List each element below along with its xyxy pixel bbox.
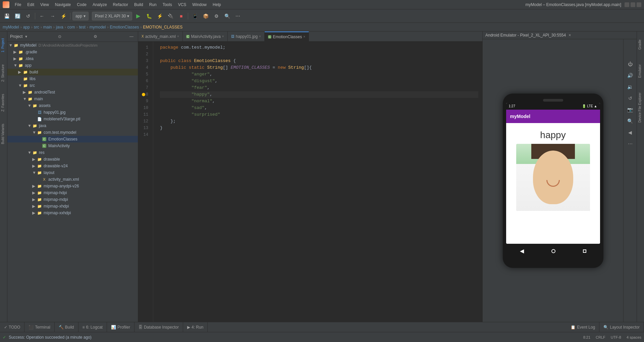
- device-dropdown[interactable]: Pixel 2 XL API 30 ▾: [92, 12, 132, 20]
- tree-item-mipmap-mdpi[interactable]: ▶ 📁 mipmap-mdpi: [7, 196, 138, 203]
- tree-item-layout[interactable]: ▼ 📁 layout: [7, 169, 138, 176]
- back-btn[interactable]: ←: [37, 11, 47, 21]
- breadcrumb-emotionclasses[interactable]: EmotionClasses: [110, 25, 139, 30]
- sidebar-locate-btn[interactable]: ⊙: [56, 33, 63, 40]
- left-tab-favorites[interactable]: Z: Favorites: [0, 89, 7, 117]
- status-encoding[interactable]: CRLF: [596, 335, 605, 339]
- bottom-tab-build[interactable]: 🔨 Build: [55, 322, 78, 332]
- tree-item-build[interactable]: ▶ 📁 build: [7, 69, 138, 75]
- debug-btn[interactable]: 🐛: [144, 11, 154, 21]
- refresh-btn[interactable]: ↺: [23, 11, 33, 21]
- emu-vol-down-btn[interactable]: 🔉: [626, 82, 635, 92]
- tab-close-activity[interactable]: ×: [177, 35, 179, 38]
- tab-close-happy01[interactable]: ×: [259, 35, 261, 38]
- emu-power-btn[interactable]: ⏻: [626, 59, 635, 69]
- minimize-btn[interactable]: [625, 2, 629, 7]
- tree-item-drawable-v24[interactable]: ▶ 📁 drawable-v24: [7, 163, 138, 169]
- menu-analyze[interactable]: Analyze: [90, 2, 110, 8]
- breadcrumb-mymodel[interactable]: myModel: [3, 25, 19, 30]
- emu-back-btn[interactable]: ◀: [626, 128, 635, 137]
- tree-item-emotionclasses[interactable]: ▶ C EmotionClasses: [7, 136, 138, 142]
- menu-vcs[interactable]: VCS: [175, 2, 189, 8]
- tree-item-happy01[interactable]: ▶ 🖼 happy01.jpg: [7, 109, 138, 116]
- attach-debugger-btn[interactable]: 🔌: [166, 11, 175, 21]
- menu-refactor[interactable]: Refactor: [110, 2, 131, 8]
- menu-file[interactable]: File: [12, 2, 24, 8]
- menu-window[interactable]: Window: [190, 2, 209, 8]
- breadcrumb-java[interactable]: java: [56, 25, 63, 30]
- tree-item-gradle[interactable]: ▶ 📁 .gradle: [7, 49, 138, 55]
- breadcrumb-app[interactable]: app: [23, 25, 30, 30]
- code-content[interactable]: package com.test.mymodel; public class E…: [156, 42, 482, 322]
- phone-home-btn[interactable]: [551, 249, 555, 253]
- tree-item-src[interactable]: ▼ 📁 src: [7, 82, 138, 89]
- bottom-tab-todo[interactable]: ✓ TODO: [0, 322, 24, 332]
- tab-close-mainactivity[interactable]: ×: [222, 35, 224, 38]
- tree-item-libs[interactable]: ▶ 📁 libs: [7, 75, 138, 82]
- breadcrumb-mymodel2[interactable]: mymodel: [90, 25, 106, 30]
- search-everywhere-btn[interactable]: 🔍: [222, 11, 232, 21]
- close-btn[interactable]: [637, 2, 641, 7]
- tree-item-res[interactable]: ▼ 📁 res: [7, 149, 138, 156]
- bottom-tab-logcat[interactable]: ≡ 6: Logcat: [78, 322, 107, 332]
- bottom-tab-terminal[interactable]: ⬛ Terminal: [24, 322, 54, 332]
- menu-tools[interactable]: Tools: [160, 2, 175, 8]
- tab-close-emotionclasses[interactable]: ×: [303, 35, 305, 39]
- maximize-btn[interactable]: [631, 2, 635, 7]
- emu-rotate-btn[interactable]: ↺: [626, 94, 635, 103]
- tree-item-mainactivity[interactable]: ▶ C MainActivity: [7, 142, 138, 149]
- tree-item-activity-main-xml[interactable]: ▶ X activity_main.xml: [7, 176, 138, 183]
- save-all-btn[interactable]: 💾: [2, 11, 11, 21]
- left-tab-build-variants[interactable]: Build Variants: [0, 118, 7, 150]
- emu-vol-up-btn[interactable]: 🔊: [626, 71, 635, 80]
- tab-happy01[interactable]: 🖼 happy01.jpg ×: [228, 32, 265, 41]
- menu-code[interactable]: Code: [74, 2, 89, 8]
- tree-item-mipmap-hdpi[interactable]: ▶ 📁 mipmap-hdpi: [7, 189, 138, 196]
- bottom-tab-profiler[interactable]: 📊 Profiler: [107, 322, 135, 332]
- menu-edit[interactable]: Edit: [24, 2, 37, 8]
- breadcrumb-src[interactable]: src: [34, 25, 39, 30]
- bottom-tab-layout-inspector[interactable]: 🔍 Layout Inspector: [599, 322, 644, 332]
- phone-recents-btn[interactable]: [583, 249, 586, 253]
- more-btn[interactable]: ⋯: [233, 11, 243, 21]
- avd-manager-btn[interactable]: 📱: [190, 11, 200, 21]
- breadcrumb-main[interactable]: main: [43, 25, 52, 30]
- tree-item-androidtest[interactable]: ▶ 📁 androidTest: [7, 89, 138, 96]
- tab-mainactivity-java[interactable]: C MainActivity.java ×: [183, 32, 228, 41]
- right-tab-emulator[interactable]: Emulator: [637, 58, 644, 84]
- phone-back-btn[interactable]: ◀: [520, 248, 524, 254]
- menu-run[interactable]: Run: [147, 2, 159, 8]
- forward-btn[interactable]: →: [48, 11, 57, 21]
- breadcrumb-com[interactable]: com: [67, 25, 75, 30]
- tree-item-drawable[interactable]: ▶ 📁 drawable: [7, 156, 138, 163]
- bottom-tab-database-inspector[interactable]: 🗄 Database Inspector: [135, 322, 183, 332]
- tree-item-java[interactable]: ▼ 📁 java: [7, 122, 138, 129]
- tree-item-assets[interactable]: ▼ 📁 assets: [7, 102, 138, 109]
- tree-item-mipmap-anydpi[interactable]: ▶ 📁 mipmap-anydpi-v26: [7, 183, 138, 189]
- breadcrumb-test[interactable]: test: [79, 25, 85, 30]
- sidebar-collapse-btn[interactable]: —: [128, 33, 135, 40]
- tree-item-mymodel[interactable]: ▼ 📁 myModel D:\Android\AndroidStudioProj…: [7, 42, 138, 49]
- profile-btn[interactable]: ⚡: [155, 11, 164, 21]
- stop-btn[interactable]: ■: [176, 11, 186, 21]
- sync-btn[interactable]: 🔄: [13, 11, 22, 21]
- app-dropdown[interactable]: app ▾: [72, 12, 89, 20]
- emu-more-btn[interactable]: ⋯: [626, 139, 635, 149]
- sidebar-settings-btn[interactable]: ⚙: [92, 33, 99, 40]
- menu-build[interactable]: Build: [131, 2, 146, 8]
- status-position[interactable]: 8:21: [583, 335, 590, 339]
- menu-navigate[interactable]: Navigate: [52, 2, 73, 8]
- emu-screenshot-btn[interactable]: 📷: [626, 105, 635, 114]
- tree-item-idea[interactable]: ▶ 📁 .idea: [7, 55, 138, 62]
- menu-view[interactable]: View: [38, 2, 52, 8]
- left-tab-structure[interactable]: 2: Structure: [0, 59, 7, 87]
- bottom-tab-run[interactable]: ▶ 4: Run: [183, 322, 208, 332]
- status-charset[interactable]: UTF-8: [611, 335, 621, 339]
- status-indent[interactable]: 4 spaces: [627, 335, 641, 339]
- build-type-btn[interactable]: ⚡: [59, 11, 68, 21]
- tree-item-app[interactable]: ▼ 📁 app: [7, 62, 138, 69]
- tab-emotionclasses[interactable]: C EmotionClasses ×: [265, 32, 309, 41]
- tab-activity-main-xml[interactable]: X activity_main.xml ×: [138, 32, 183, 41]
- run-btn[interactable]: ▶: [133, 11, 143, 21]
- sdk-manager-btn[interactable]: 📦: [201, 11, 210, 21]
